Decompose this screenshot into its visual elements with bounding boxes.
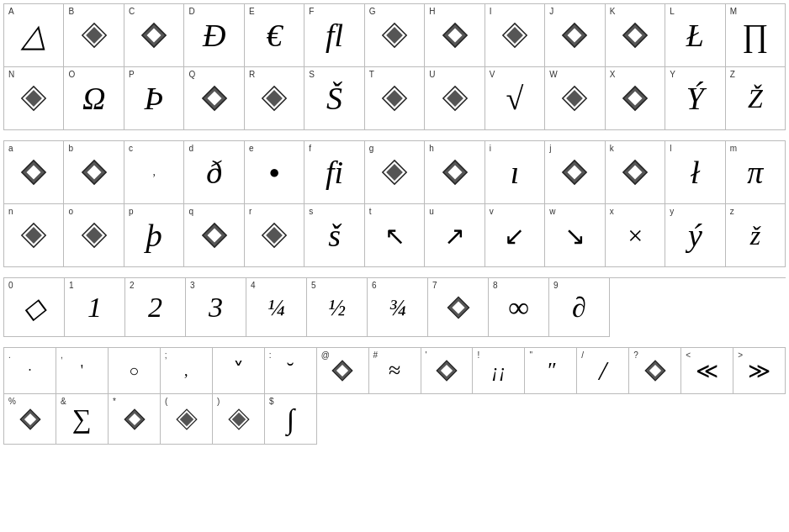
cell-label: N — [8, 70, 14, 79]
cell-S: S Š — [304, 67, 364, 130]
cell-label: 0 — [8, 281, 13, 290]
cell-glyph: Ý — [686, 80, 704, 117]
cell-glyph — [440, 20, 470, 50]
cell-label: 6 — [372, 281, 377, 290]
cell-label: I — [490, 7, 492, 16]
cell-label: " — [529, 350, 532, 360]
cell-glyph: ↖ — [384, 221, 405, 250]
cell-glyph: ¡¡ — [491, 360, 506, 382]
cell-label: 5 — [311, 281, 316, 290]
cell-A: A △ — [4, 4, 64, 67]
cell-t: t ↖ — [365, 204, 425, 267]
cell-label: R — [249, 70, 255, 79]
cell-glyph: ≈ — [389, 358, 400, 383]
cell-glyph: € — [267, 17, 283, 54]
cell-label: L — [670, 7, 675, 16]
lowercase-row-2: n o p þ q r s š t ↖ — [3, 204, 786, 267]
cell-glyph: ∞ — [508, 292, 528, 324]
cell-label: z — [730, 207, 734, 216]
cell-T: T — [365, 67, 425, 130]
cell-glyph: ↗ — [444, 221, 465, 250]
cell-Y: Y Ý — [665, 67, 725, 130]
cell-label: ; — [165, 350, 167, 360]
cell-glyph — [330, 358, 355, 383]
cell-glyph: ≫ — [748, 358, 770, 384]
cell-ampersand: & ∑ — [56, 394, 109, 445]
uppercase-row-1: A △ B C D Đ E € F fl G — [3, 3, 786, 67]
cell-glyph — [122, 407, 147, 432]
specials-row-1: . · , ' ○ ; , ˅ : ˘ @ — [3, 347, 786, 394]
cell-e: e ● — [245, 141, 304, 204]
cell-glyph: Š — [326, 80, 342, 117]
cell-glyph — [259, 220, 289, 250]
cell-B: B — [64, 4, 124, 67]
cell-glyph — [199, 83, 230, 113]
cell-label: D — [188, 7, 194, 16]
cell-label: p — [129, 207, 134, 216]
cell-label: 1 — [69, 281, 74, 290]
cell-glyph: ð — [206, 154, 222, 191]
cell-glyph: ½ — [328, 294, 346, 321]
cell-label: K — [610, 7, 616, 16]
cell-label: B — [68, 7, 74, 16]
cell-r: r — [245, 204, 304, 267]
cell-label: j — [549, 144, 551, 153]
cell-label: 3 — [190, 281, 195, 290]
cell-glyph: ¾ — [389, 294, 406, 321]
cell-I: I — [485, 4, 545, 67]
cell-glyph — [174, 407, 199, 432]
cell-label: x — [610, 207, 614, 216]
cell-label: s — [309, 207, 313, 216]
cell-glyph — [440, 157, 470, 187]
cell-label: X — [610, 70, 616, 79]
cell-label: M — [730, 7, 737, 16]
cell-y: y ý — [665, 204, 725, 267]
character-map: A △ B C D Đ E € F fl G — [0, 0, 789, 448]
cell-P: P Þ — [124, 67, 184, 130]
cell-glyph: 1 — [87, 292, 102, 324]
cell-glyph: ¼ — [267, 294, 285, 321]
cell-5: 5 ½ — [307, 278, 368, 337]
cell-glyph — [226, 407, 252, 432]
cell-label: r — [249, 207, 252, 216]
cell-9: 9 ∂ — [549, 278, 610, 337]
cell-g: g — [365, 141, 425, 204]
cell-glyph — [259, 83, 289, 113]
cell-label: Q — [188, 70, 195, 79]
cell-l: l ł — [665, 141, 725, 204]
cell-label: d — [188, 144, 193, 153]
cell-glyph: ○ — [129, 361, 139, 381]
cell-E: E € — [245, 4, 304, 67]
cell-x: x × — [606, 204, 665, 267]
cell-c: c , — [124, 141, 184, 204]
cell-U: U — [425, 67, 485, 130]
specials-row-2: % & ∑ * ( ) $ ∫ — [3, 394, 786, 445]
cell-glyph: þ — [146, 217, 162, 254]
cell-4: 4 ¼ — [246, 278, 307, 337]
cell-label: ? — [633, 350, 638, 360]
cell-a: a — [4, 141, 64, 204]
cell-Q: Q — [184, 67, 244, 130]
cell-C: C — [124, 4, 184, 67]
cell-glyph: ≪ — [696, 358, 718, 384]
cell-glyph — [559, 20, 590, 50]
cell-glyph: ∑ — [72, 403, 92, 435]
cell-8: 8 ∞ — [489, 278, 549, 337]
cell-label: ! — [477, 350, 479, 360]
cell-glyph: ↙ — [504, 221, 525, 250]
cell-label: @ — [321, 350, 330, 360]
cell-label: P — [129, 70, 135, 79]
cell-colon: : ˘ — [265, 348, 317, 394]
cell-rparen: ) — [213, 394, 265, 445]
cell-label: ' — [426, 350, 427, 360]
cell-label: i — [490, 144, 491, 153]
cell-X: X — [606, 67, 665, 130]
cell-glyph — [559, 157, 590, 187]
cell-glyph: fi — [326, 154, 343, 191]
cell-glyph — [440, 83, 470, 113]
lowercase-row-1: a b c , d ð e ● f fi g — [3, 140, 786, 204]
cell-2: 2 2 — [125, 278, 186, 337]
cell-slash: / / — [577, 348, 629, 394]
cell-lparen: ( — [161, 394, 213, 445]
cell-label: o — [68, 207, 73, 216]
